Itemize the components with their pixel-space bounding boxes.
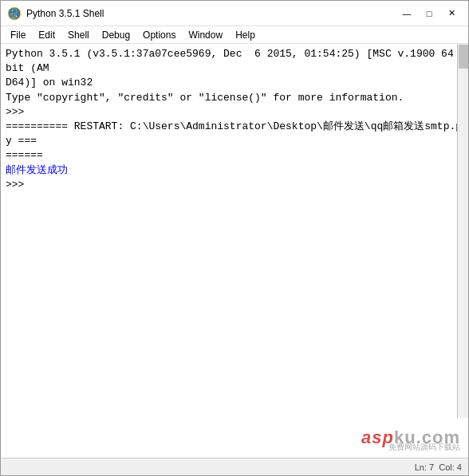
menu-debug[interactable]: Debug bbox=[96, 28, 136, 42]
close-button[interactable]: ✕ bbox=[441, 6, 462, 22]
watermark-subtitle: 免费网站源码下载站 bbox=[388, 442, 460, 453]
menu-shell[interactable]: Shell bbox=[61, 28, 96, 42]
window-title: Python 3.5.1 Shell bbox=[26, 8, 396, 19]
window-controls: — □ ✕ bbox=[396, 6, 462, 22]
shell-line-1: Python 3.5.1 (v3.5.1:37a07cee5969, Dec 6… bbox=[6, 47, 463, 192]
menu-file[interactable]: File bbox=[4, 28, 32, 42]
title-bar: Python 3.5.1 Shell — □ ✕ bbox=[1, 1, 468, 26]
scrollbar-thumb[interactable] bbox=[459, 45, 468, 69]
maximize-button[interactable]: □ bbox=[419, 6, 439, 22]
svg-point-1 bbox=[12, 10, 14, 11]
watermark-area: aspku.com 免费网站源码下载站 bbox=[1, 418, 468, 458]
success-text: 邮件发送成功 bbox=[6, 164, 68, 176]
menu-options[interactable]: Options bbox=[136, 28, 182, 42]
menu-help[interactable]: Help bbox=[229, 28, 262, 42]
python-icon bbox=[7, 6, 22, 21]
menu-bar: File Edit Shell Debug Options Window Hel… bbox=[1, 26, 468, 44]
status-bar: Ln: 7 Col: 4 bbox=[1, 458, 468, 475]
minimize-button[interactable]: — bbox=[396, 6, 417, 22]
menu-edit[interactable]: Edit bbox=[32, 28, 61, 42]
main-window: Python 3.5.1 Shell — □ ✕ File Edit Shell… bbox=[0, 0, 469, 476]
menu-window[interactable]: Window bbox=[182, 28, 229, 42]
status-ln-col: Ln: 7 Col: 4 bbox=[415, 462, 462, 472]
shell-output[interactable]: Python 3.5.1 (v3.5.1:37a07cee5969, Dec 6… bbox=[1, 44, 468, 418]
svg-point-2 bbox=[16, 15, 18, 17]
scrollbar[interactable] bbox=[457, 44, 468, 418]
